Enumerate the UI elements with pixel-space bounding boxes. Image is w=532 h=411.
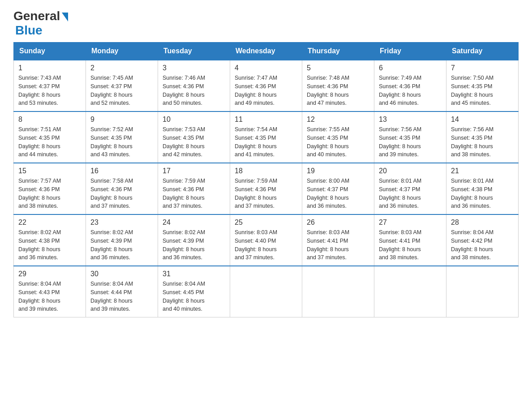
day-number: 18: [235, 167, 297, 175]
day-info: Sunrise: 7:45 AMSunset: 4:37 PMDaylight:…: [90, 74, 153, 107]
day-number: 19: [307, 167, 369, 175]
calendar-cell: 5Sunrise: 7:48 AMSunset: 4:36 PMDaylight…: [302, 60, 374, 111]
day-number: 4: [235, 64, 297, 72]
weekday-header-saturday: Saturday: [446, 43, 519, 60]
day-number: 7: [451, 64, 514, 72]
day-info: Sunrise: 7:59 AMSunset: 4:36 PMDaylight:…: [163, 177, 225, 210]
calendar-cell: 15Sunrise: 7:57 AMSunset: 4:36 PMDayligh…: [14, 163, 86, 214]
day-info: Sunrise: 7:52 AMSunset: 4:35 PMDaylight:…: [90, 125, 153, 159]
calendar-cell: 31Sunrise: 8:04 AMSunset: 4:45 PMDayligh…: [158, 266, 230, 317]
calendar-cell: 8Sunrise: 7:51 AMSunset: 4:35 PMDaylight…: [14, 111, 86, 163]
day-info: Sunrise: 7:54 AMSunset: 4:35 PMDaylight:…: [235, 125, 297, 159]
calendar-cell: 19Sunrise: 8:00 AMSunset: 4:37 PMDayligh…: [302, 163, 374, 214]
day-number: 17: [163, 167, 225, 175]
day-info: Sunrise: 8:01 AMSunset: 4:38 PMDaylight:…: [451, 177, 514, 210]
day-info: Sunrise: 7:47 AMSunset: 4:36 PMDaylight:…: [235, 74, 297, 107]
day-number: 5: [307, 64, 369, 72]
day-info: Sunrise: 8:02 AMSunset: 4:38 PMDaylight:…: [18, 228, 81, 262]
day-number: 16: [90, 167, 153, 175]
day-info: Sunrise: 8:02 AMSunset: 4:39 PMDaylight:…: [90, 228, 153, 262]
day-info: Sunrise: 8:03 AMSunset: 4:41 PMDaylight:…: [307, 228, 369, 262]
day-info: Sunrise: 8:03 AMSunset: 4:40 PMDaylight:…: [235, 228, 297, 262]
calendar-cell: 21Sunrise: 8:01 AMSunset: 4:38 PMDayligh…: [446, 163, 519, 214]
day-number: 31: [163, 270, 225, 278]
calendar-week-5: 29Sunrise: 8:04 AMSunset: 4:43 PMDayligh…: [14, 266, 519, 317]
day-info: Sunrise: 8:02 AMSunset: 4:39 PMDaylight:…: [163, 228, 225, 262]
calendar-cell: 26Sunrise: 8:03 AMSunset: 4:41 PMDayligh…: [302, 214, 374, 266]
calendar-cell: 3Sunrise: 7:46 AMSunset: 4:36 PMDaylight…: [158, 60, 230, 111]
day-info: Sunrise: 7:56 AMSunset: 4:35 PMDaylight:…: [451, 125, 514, 159]
day-info: Sunrise: 7:49 AMSunset: 4:36 PMDaylight:…: [379, 74, 442, 107]
day-info: Sunrise: 7:53 AMSunset: 4:35 PMDaylight:…: [163, 125, 225, 159]
day-number: 28: [451, 218, 514, 227]
calendar-cell: 2Sunrise: 7:45 AMSunset: 4:37 PMDaylight…: [86, 60, 158, 111]
calendar-cell: 6Sunrise: 7:49 AMSunset: 4:36 PMDaylight…: [374, 60, 446, 111]
calendar-week-3: 15Sunrise: 7:57 AMSunset: 4:36 PMDayligh…: [14, 163, 519, 214]
calendar-cell: 12Sunrise: 7:55 AMSunset: 4:35 PMDayligh…: [302, 111, 374, 163]
calendar-cell: 20Sunrise: 8:01 AMSunset: 4:37 PMDayligh…: [374, 163, 446, 214]
day-info: Sunrise: 7:59 AMSunset: 4:36 PMDaylight:…: [235, 177, 297, 210]
calendar-cell: [302, 266, 374, 317]
calendar-cell: 4Sunrise: 7:47 AMSunset: 4:36 PMDaylight…: [230, 60, 302, 111]
weekday-header-monday: Monday: [86, 43, 158, 60]
day-number: 2: [90, 64, 153, 72]
calendar-cell: 11Sunrise: 7:54 AMSunset: 4:35 PMDayligh…: [230, 111, 302, 163]
day-info: Sunrise: 7:51 AMSunset: 4:35 PMDaylight:…: [18, 125, 81, 159]
day-info: Sunrise: 7:48 AMSunset: 4:36 PMDaylight:…: [307, 74, 369, 107]
weekday-header-thursday: Thursday: [302, 43, 374, 60]
calendar-cell: 10Sunrise: 7:53 AMSunset: 4:35 PMDayligh…: [158, 111, 230, 163]
logo: General Blue: [13, 9, 68, 38]
calendar-cell: 18Sunrise: 7:59 AMSunset: 4:36 PMDayligh…: [230, 163, 302, 214]
day-number: 3: [163, 64, 225, 72]
day-number: 20: [379, 167, 442, 175]
day-info: Sunrise: 7:55 AMSunset: 4:35 PMDaylight:…: [307, 125, 369, 159]
calendar-cell: [446, 266, 519, 317]
day-number: 6: [379, 64, 442, 72]
weekday-header-sunday: Sunday: [14, 43, 86, 60]
day-number: 9: [90, 116, 153, 124]
day-number: 30: [90, 270, 153, 278]
day-number: 12: [307, 116, 369, 124]
day-info: Sunrise: 8:04 AMSunset: 4:42 PMDaylight:…: [451, 228, 514, 262]
calendar-cell: 13Sunrise: 7:56 AMSunset: 4:35 PMDayligh…: [374, 111, 446, 163]
day-info: Sunrise: 7:56 AMSunset: 4:35 PMDaylight:…: [379, 125, 442, 159]
day-info: Sunrise: 8:04 AMSunset: 4:44 PMDaylight:…: [90, 280, 153, 313]
day-number: 27: [379, 218, 442, 227]
weekday-header-row: SundayMondayTuesdayWednesdayThursdayFrid…: [14, 43, 519, 60]
calendar-cell: 30Sunrise: 8:04 AMSunset: 4:44 PMDayligh…: [86, 266, 158, 317]
calendar-cell: 16Sunrise: 7:58 AMSunset: 4:36 PMDayligh…: [86, 163, 158, 214]
day-info: Sunrise: 8:00 AMSunset: 4:37 PMDaylight:…: [307, 177, 369, 210]
calendar-cell: 24Sunrise: 8:02 AMSunset: 4:39 PMDayligh…: [158, 214, 230, 266]
calendar-table: SundayMondayTuesdayWednesdayThursdayFrid…: [13, 42, 519, 317]
calendar-cell: [230, 266, 302, 317]
day-info: Sunrise: 8:04 AMSunset: 4:43 PMDaylight:…: [18, 280, 81, 313]
day-number: 23: [90, 218, 153, 227]
calendar-cell: 22Sunrise: 8:02 AMSunset: 4:38 PMDayligh…: [14, 214, 86, 266]
day-number: 8: [18, 116, 81, 124]
calendar-cell: 17Sunrise: 7:59 AMSunset: 4:36 PMDayligh…: [158, 163, 230, 214]
day-info: Sunrise: 7:58 AMSunset: 4:36 PMDaylight:…: [90, 177, 153, 210]
day-info: Sunrise: 8:03 AMSunset: 4:41 PMDaylight:…: [379, 228, 442, 262]
logo-general-text: General: [13, 9, 60, 23]
day-info: Sunrise: 8:01 AMSunset: 4:37 PMDaylight:…: [379, 177, 442, 210]
day-info: Sunrise: 7:43 AMSunset: 4:37 PMDaylight:…: [18, 74, 81, 107]
day-info: Sunrise: 7:50 AMSunset: 4:35 PMDaylight:…: [451, 74, 514, 107]
weekday-header-friday: Friday: [374, 43, 446, 60]
day-info: Sunrise: 8:04 AMSunset: 4:45 PMDaylight:…: [163, 280, 225, 313]
logo-blue-text: Blue: [15, 23, 43, 38]
day-info: Sunrise: 7:46 AMSunset: 4:36 PMDaylight:…: [163, 74, 225, 107]
calendar-cell: 23Sunrise: 8:02 AMSunset: 4:39 PMDayligh…: [86, 214, 158, 266]
day-number: 25: [235, 218, 297, 227]
logo-arrow-icon: [62, 13, 68, 21]
calendar-cell: 25Sunrise: 8:03 AMSunset: 4:40 PMDayligh…: [230, 214, 302, 266]
day-number: 14: [451, 116, 514, 124]
weekday-header-tuesday: Tuesday: [158, 43, 230, 60]
calendar-cell: 9Sunrise: 7:52 AMSunset: 4:35 PMDaylight…: [86, 111, 158, 163]
calendar-week-1: 1Sunrise: 7:43 AMSunset: 4:37 PMDaylight…: [14, 60, 519, 111]
day-number: 21: [451, 167, 514, 175]
day-number: 13: [379, 116, 442, 124]
calendar-week-4: 22Sunrise: 8:02 AMSunset: 4:38 PMDayligh…: [14, 214, 519, 266]
day-number: 15: [18, 167, 81, 175]
day-number: 22: [18, 218, 81, 227]
day-number: 10: [163, 116, 225, 124]
